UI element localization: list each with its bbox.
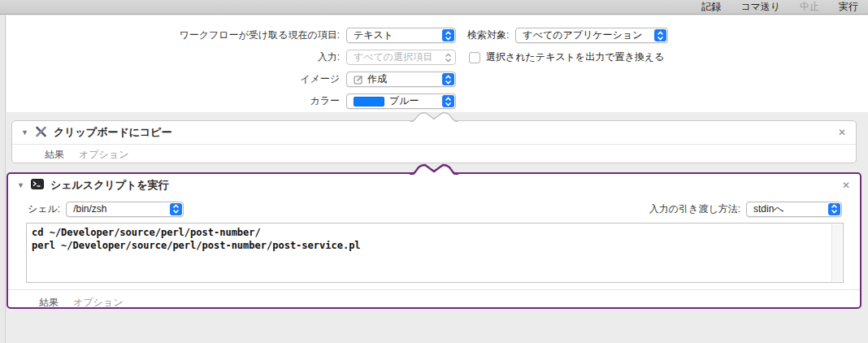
replace-text-checkbox[interactable] (469, 52, 480, 63)
close-icon[interactable]: ✕ (838, 128, 846, 137)
options-button[interactable]: オプション (73, 296, 123, 310)
options-button[interactable]: オプション (79, 148, 128, 162)
pass-input-label: 入力の引き渡し方法: (649, 202, 746, 216)
results-button[interactable]: 結果 (45, 148, 64, 162)
color-swatch (354, 97, 384, 106)
record-button[interactable]: 記録 (701, 0, 721, 14)
shell-value: /bin/zsh (73, 203, 106, 215)
input-popup: すべての選択項目 (346, 50, 456, 65)
input-value: すべての選択項目 (354, 50, 432, 64)
search-target-label: 検索対象: (456, 28, 515, 42)
color-value: ブルー (389, 94, 419, 108)
step-button[interactable]: コマ送り (740, 0, 780, 14)
action-options-form: ワークフローが受け取る現在の項目: テキスト 検索対象: すべてのアプリケーショ… (7, 15, 868, 112)
script-editor[interactable]: cd ~/Developer/source/perl/post-number/ … (26, 223, 844, 283)
color-popup[interactable]: ブルー (346, 93, 456, 109)
workflow-connector (405, 163, 463, 175)
shell-options-row: シェル: /bin/zsh 入力の引き渡し方法: stdinへ (8, 197, 860, 219)
toolbar: 記録 コマ送り 中止 実行 (0, 0, 868, 15)
action-footer: 結果 オプション (12, 145, 856, 165)
form-row-current-item: ワークフローが受け取る現在の項目: テキスト 検索対象: すべてのアプリケーショ… (7, 24, 868, 46)
pass-input-value: stdinへ (753, 202, 784, 216)
popup-stepper-icon (442, 29, 454, 41)
shell-label: シェル: (28, 202, 66, 216)
action-footer: 結果 オプション (8, 290, 860, 315)
action-title: クリップボードにコピー (54, 125, 172, 140)
disclosure-triangle-icon[interactable]: ▼ (21, 128, 28, 137)
disclosure-triangle-icon[interactable]: ▼ (17, 181, 24, 189)
color-label: カラー (7, 94, 346, 108)
terminal-icon (31, 179, 44, 192)
shell-popup[interactable]: /bin/zsh (66, 202, 184, 217)
action-run-shell-script[interactable]: ▼ シェルスクリプトを実行 ✕ シェル: /bin/zsh 入力の引き渡し方法:… (7, 172, 861, 309)
results-button[interactable]: 結果 (39, 296, 59, 310)
popup-stepper-icon (442, 73, 454, 85)
form-row-input: 入力: すべての選択項目 選択されたテキストを出力で置き換える (7, 46, 868, 68)
image-value: 作成 (367, 72, 387, 86)
form-row-color: カラー ブルー (7, 90, 868, 112)
script-text[interactable]: cd ~/Developer/source/perl/post-number/ … (27, 224, 843, 252)
action-copy-to-clipboard[interactable]: ▼ クリップボードにコピー ✕ 結果 オプション (11, 120, 857, 163)
copy-to-clipboard-icon (35, 126, 47, 140)
popup-stepper-icon (828, 203, 840, 215)
popup-stepper-icon (170, 203, 182, 215)
replace-text-checkbox-row: 選択されたテキストを出力で置き換える (469, 50, 664, 64)
popup-stepper-icon (442, 51, 454, 63)
workflow-connector (405, 111, 463, 122)
image-popup[interactable]: 作成 (346, 72, 456, 87)
action-header[interactable]: ▼ クリップボードにコピー ✕ (12, 121, 856, 144)
replace-text-checkbox-label: 選択されたテキストを出力で置き換える (486, 50, 664, 64)
compose-icon (354, 75, 363, 85)
current-item-value: テキスト (354, 28, 393, 42)
input-label: 入力: (7, 50, 346, 64)
scrollbar[interactable] (831, 224, 842, 281)
close-icon[interactable]: ✕ (842, 180, 850, 190)
image-label: イメージ (7, 72, 346, 86)
popup-stepper-icon (654, 29, 666, 41)
form-row-image: イメージ 作成 (7, 68, 868, 90)
pane-divider (0, 15, 6, 343)
pass-input-popup[interactable]: stdinへ (746, 202, 842, 217)
run-button[interactable]: 実行 (839, 0, 858, 14)
current-item-label: ワークフローが受け取る現在の項目: (7, 28, 346, 42)
current-item-popup[interactable]: テキスト (346, 28, 456, 43)
stop-button: 中止 (800, 0, 819, 14)
search-target-popup[interactable]: すべてのアプリケーション (515, 28, 668, 43)
popup-stepper-icon (442, 95, 454, 107)
search-target-value: すべてのアプリケーション (523, 28, 642, 42)
action-title: シェルスクリプトを実行 (50, 178, 169, 193)
action-header[interactable]: ▼ シェルスクリプトを実行 ✕ (8, 174, 860, 197)
